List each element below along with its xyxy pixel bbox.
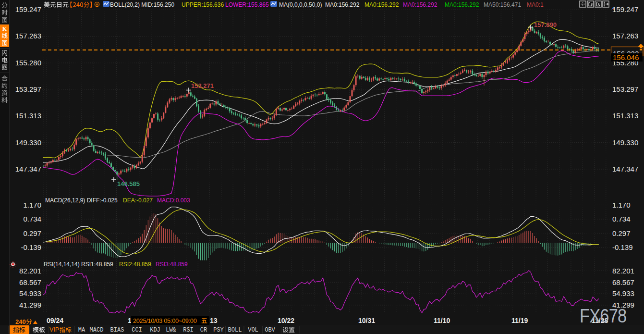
- svg-text:10/31: 10/31: [358, 317, 375, 324]
- svg-text:54.933: 54.933: [612, 289, 634, 297]
- svg-text:10/22: 10/22: [278, 317, 294, 324]
- svg-text:11/10: 11/10: [434, 317, 450, 324]
- svg-text:-0.139: -0.139: [612, 243, 633, 251]
- svg-text:RSI: RSI: [183, 327, 194, 334]
- svg-text:MA0:1: MA0:1: [527, 1, 544, 8]
- svg-text:MA0:156.292: MA0:156.292: [325, 1, 360, 8]
- svg-text:159.247: 159.247: [15, 5, 41, 13]
- svg-text:BOLL(20,2) MID:156.250: BOLL(20,2) MID:156.250: [110, 1, 174, 8]
- svg-text:153.271: 153.271: [191, 82, 214, 89]
- svg-text:MACD: MACD: [90, 327, 104, 334]
- svg-text:155.280: 155.280: [15, 59, 41, 67]
- svg-text:68.567: 68.567: [19, 278, 41, 286]
- svg-text:147.347: 147.347: [15, 165, 41, 173]
- svg-text:1: 1: [128, 317, 132, 324]
- svg-text:RSI3:48.859: RSI3:48.859: [156, 261, 188, 268]
- svg-text:0.734: 0.734: [23, 215, 41, 223]
- svg-text:MACD:0.003: MACD:0.003: [157, 197, 190, 204]
- svg-text:147.347: 147.347: [612, 165, 638, 173]
- svg-text:BOLL: BOLL: [228, 327, 242, 334]
- svg-text:157.890: 157.890: [534, 21, 557, 28]
- svg-text:54.933: 54.933: [19, 289, 41, 297]
- svg-text:240: 240: [15, 318, 26, 325]
- svg-text:1.170: 1.170: [23, 201, 41, 209]
- svg-text:MA50:156.471: MA50:156.471: [484, 1, 521, 8]
- svg-text:PSY: PSY: [213, 327, 224, 334]
- svg-text:0.297: 0.297: [612, 229, 631, 237]
- svg-text:FX678: FX678: [580, 305, 626, 326]
- svg-text:151.313: 151.313: [612, 111, 638, 120]
- svg-text:-0.139: -0.139: [21, 243, 41, 251]
- svg-text:2025/10/03 05:00~09:00: 2025/10/03 05:00~09:00: [133, 318, 197, 324]
- svg-text:VIP: VIP: [49, 326, 59, 333]
- svg-text:RSI(14,14,14) RSI1:48.859: RSI(14,14,14) RSI1:48.859: [44, 261, 113, 268]
- svg-text:157.263: 157.263: [612, 32, 638, 40]
- svg-text:11/19: 11/19: [511, 317, 528, 324]
- svg-text:0.734: 0.734: [612, 215, 631, 223]
- svg-text:157.263: 157.263: [15, 32, 41, 40]
- svg-text:UPPER:156.636: UPPER:156.636: [182, 1, 224, 8]
- svg-text:LW&: LW&: [166, 327, 176, 334]
- svg-text:MA0:156.292: MA0:156.292: [403, 1, 437, 8]
- svg-text:159.247: 159.247: [612, 5, 638, 13]
- svg-text:151.313: 151.313: [15, 111, 41, 120]
- svg-text:MACD(26,12,9) DIFF:-0.025: MACD(26,12,9) DIFF:-0.025: [45, 197, 118, 204]
- svg-text:K: K: [2, 25, 7, 32]
- svg-text:68.567: 68.567: [612, 278, 634, 286]
- svg-text:MA0:156.292: MA0:156.292: [445, 1, 479, 8]
- svg-text:1.170: 1.170: [612, 201, 631, 209]
- svg-text:MA: MA: [78, 327, 85, 334]
- svg-text:82.201: 82.201: [612, 267, 634, 275]
- svg-text:146.585: 146.585: [117, 180, 140, 187]
- svg-text:153.297: 153.297: [612, 85, 638, 93]
- svg-text:09/24: 09/24: [47, 317, 63, 324]
- svg-text:149.330: 149.330: [612, 138, 638, 147]
- svg-text:RSI2:48.859: RSI2:48.859: [119, 261, 151, 268]
- svg-text:MA0:156.292: MA0:156.292: [365, 1, 399, 8]
- svg-text:KDJ: KDJ: [150, 327, 160, 334]
- svg-text:BIAS: BIAS: [110, 327, 124, 334]
- svg-text:153.297: 153.297: [15, 85, 41, 93]
- svg-text:CR: CR: [200, 327, 207, 334]
- svg-text:MA(0,0,0,0,50,0): MA(0,0,0,0,50,0): [279, 1, 322, 8]
- svg-text:OBV: OBV: [265, 327, 275, 334]
- svg-text:13: 13: [210, 317, 218, 324]
- svg-text:41.299: 41.299: [19, 301, 41, 309]
- svg-text:LOWER:155.865: LOWER:155.865: [225, 1, 269, 8]
- svg-text:CCI: CCI: [132, 327, 142, 334]
- svg-text:149.330: 149.330: [15, 138, 41, 147]
- svg-text:VOL: VOL: [248, 327, 258, 334]
- svg-text:DEA:-0.027: DEA:-0.027: [123, 197, 153, 204]
- svg-text:82.201: 82.201: [19, 267, 41, 275]
- svg-text:156.046: 156.046: [613, 53, 639, 62]
- svg-text:0.297: 0.297: [23, 229, 41, 237]
